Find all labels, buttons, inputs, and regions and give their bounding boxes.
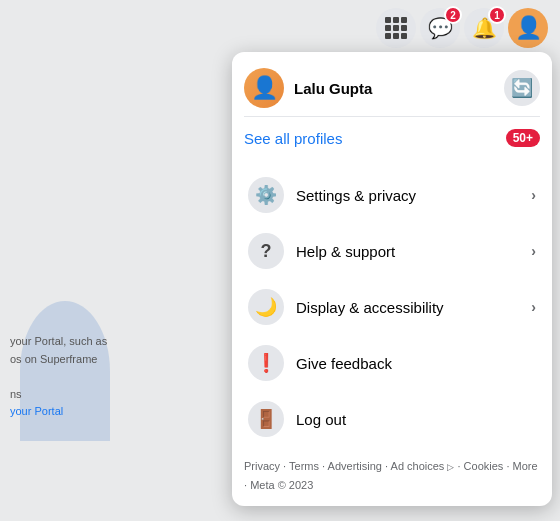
profile-avatar-icon: 👤 (251, 75, 278, 101)
top-nav: 💬 2 🔔 1 👤 (364, 0, 560, 56)
help-icon: ? (248, 233, 284, 269)
give-feedback-label: Give feedback (296, 355, 536, 372)
ad-choices-icon: ▷ (447, 462, 454, 472)
see-profiles-row: See all profiles 50+ (244, 125, 540, 151)
settings-privacy-label: Settings & privacy (296, 187, 519, 204)
give-feedback-item[interactable]: ❗ Give feedback (240, 335, 544, 391)
messenger-badge: 2 (444, 6, 462, 24)
profile-section: 👤 Lalu Gupta 🔄 See all profiles 50+ (232, 60, 552, 163)
profile-avatar: 👤 (244, 68, 284, 108)
account-dropdown: 👤 Lalu Gupta 🔄 See all profiles 50+ ⚙️ S… (232, 52, 552, 506)
notifications-button[interactable]: 🔔 1 (464, 8, 504, 48)
logout-label: Log out (296, 411, 536, 428)
sync-icon: 🔄 (511, 77, 533, 99)
privacy-link[interactable]: Privacy (244, 460, 280, 472)
help-support-label: Help & support (296, 243, 519, 260)
feedback-icon: ❗ (248, 345, 284, 381)
notifications-badge: 1 (488, 6, 506, 24)
display-accessibility-label: Display & accessibility (296, 299, 519, 316)
display-accessibility-item[interactable]: 🌙 Display & accessibility › (240, 279, 544, 335)
settings-icon: ⚙️ (248, 177, 284, 213)
meta-copyright: Meta © 2023 (250, 479, 313, 491)
logout-item[interactable]: 🚪 Log out (240, 391, 544, 447)
terms-link[interactable]: Terms (289, 460, 319, 472)
chevron-right-icon: › (531, 187, 536, 203)
sync-button[interactable]: 🔄 (504, 70, 540, 106)
user-avatar-button[interactable]: 👤 (508, 8, 548, 48)
display-icon: 🌙 (248, 289, 284, 325)
profiles-count-badge: 50+ (506, 129, 540, 147)
footer: Privacy · Terms · Advertising · Ad choic… (232, 451, 552, 502)
menu-section: ⚙️ Settings & privacy › ? Help & support… (232, 163, 552, 451)
more-link[interactable]: More (513, 460, 538, 472)
settings-privacy-item[interactable]: ⚙️ Settings & privacy › (240, 167, 544, 223)
see-profiles-link[interactable]: See all profiles (244, 130, 342, 147)
profile-name: Lalu Gupta (294, 80, 372, 97)
bg-text-block: your Portal, such as os on Superframe ns… (10, 333, 107, 421)
advertising-link[interactable]: Advertising (328, 460, 382, 472)
chevron-right-icon: › (531, 299, 536, 315)
chevron-right-icon: › (531, 243, 536, 259)
divider (244, 116, 540, 117)
help-support-item[interactable]: ? Help & support › (240, 223, 544, 279)
profile-row: 👤 Lalu Gupta 🔄 (244, 68, 540, 108)
grid-icon (385, 17, 407, 39)
cookies-link[interactable]: Cookies (464, 460, 504, 472)
messenger-button[interactable]: 💬 2 (420, 8, 460, 48)
grid-menu-button[interactable] (376, 8, 416, 48)
profile-left: 👤 Lalu Gupta (244, 68, 372, 108)
ad-choices-link[interactable]: Ad choices (391, 460, 445, 472)
bg-link[interactable]: your Portal (10, 405, 63, 417)
logout-icon: 🚪 (248, 401, 284, 437)
user-avatar-icon: 👤 (515, 15, 542, 41)
